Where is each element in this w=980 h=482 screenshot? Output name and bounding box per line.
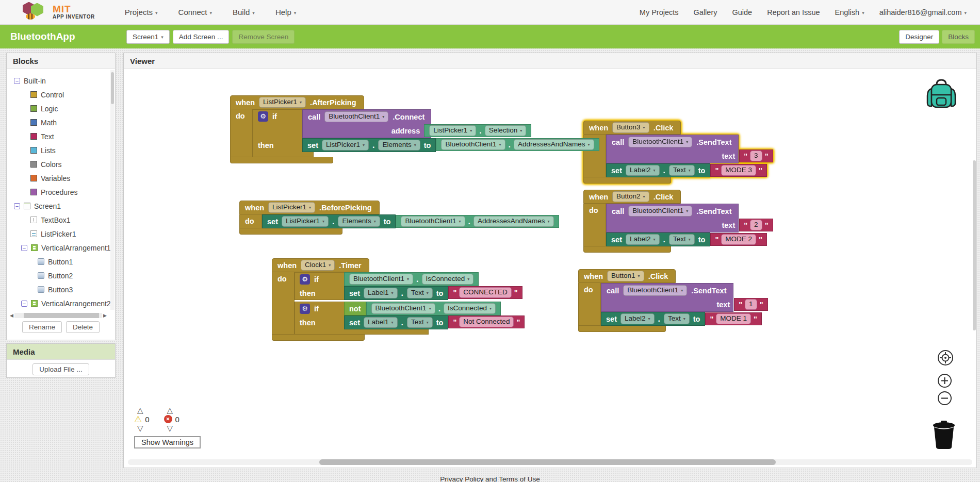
tree-item-variables[interactable]: Variables bbox=[7, 171, 115, 185]
call-sendtext-block[interactable]: call BluetoothClient1 .SendText text " 2… bbox=[606, 204, 739, 232]
link-gallery[interactable]: Gallery bbox=[694, 8, 717, 16]
getter-isconnected-block[interactable]: BluetoothClient1 . IsConnected bbox=[366, 302, 501, 315]
palette-horizontal-scrollbar[interactable]: ◀ ▶ bbox=[10, 312, 107, 319]
app-inventor-logo[interactable]: MIT APP INVENTOR bbox=[22, 2, 95, 23]
link-guide[interactable]: Guide bbox=[732, 8, 752, 16]
block-clock-timer[interactable]: when Clock1 .Timer do ⚙ if Bluetooth bbox=[272, 258, 525, 341]
set-label-text-block[interactable]: set Label2 . Text to bbox=[606, 163, 710, 177]
error-up-arrow-icon[interactable]: △ bbox=[167, 407, 173, 413]
component-dropdown[interactable]: Button1 bbox=[607, 271, 644, 281]
tree-builtin[interactable]: − Built-in bbox=[7, 74, 115, 88]
palette-vertical-scrollbar[interactable] bbox=[110, 70, 115, 310]
menu-build[interactable]: Build bbox=[233, 8, 255, 16]
call-connect-block[interactable]: call BluetoothClient1 .Connect address L… bbox=[302, 109, 431, 138]
scrollbar-thumb[interactable] bbox=[319, 459, 776, 465]
center-blocks-button[interactable] bbox=[938, 350, 953, 365]
tree-item-verticalarrangement2[interactable]: − VerticalArrangement2 bbox=[7, 296, 115, 310]
block-button1-click[interactable]: when Button1 .Click do call BluetoothCli… bbox=[578, 269, 762, 332]
string-value[interactable]: MODE 2 bbox=[721, 234, 756, 245]
text-string-block[interactable]: " 3 " bbox=[739, 149, 773, 162]
mutator-gear-icon[interactable]: ⚙ bbox=[300, 304, 310, 314]
property-dropdown[interactable]: Elements bbox=[378, 140, 420, 151]
collapse-icon[interactable]: − bbox=[21, 301, 27, 307]
tree-item-text[interactable]: Text bbox=[7, 129, 115, 143]
warning-down-arrow-icon[interactable]: ▽ bbox=[137, 425, 143, 431]
component-dropdown[interactable]: Label1 bbox=[364, 288, 398, 298]
getter-isconnected-block[interactable]: BluetoothClient1 . IsConnected bbox=[344, 272, 479, 286]
component-dropdown[interactable]: BluetoothClient1 bbox=[324, 111, 388, 122]
getter-addressesandnames-block[interactable]: BluetoothClient1 . AddressesAndNames bbox=[396, 215, 559, 228]
component-dropdown[interactable]: BluetoothClient1 bbox=[401, 216, 465, 227]
component-dropdown[interactable]: Clock1 bbox=[301, 260, 335, 271]
block-button3-click[interactable]: when Button3 .Click do call BluetoothCli… bbox=[583, 121, 767, 184]
when-event-block[interactable]: when Button2 .Click bbox=[583, 190, 681, 204]
language-selector[interactable]: English bbox=[835, 8, 864, 16]
link-my-projects[interactable]: My Projects bbox=[640, 8, 679, 16]
tree-item-button2[interactable]: Button2 bbox=[7, 269, 115, 282]
rename-button[interactable]: Rename bbox=[22, 321, 62, 333]
trash-can-icon[interactable] bbox=[931, 420, 957, 452]
menu-connect[interactable]: Connect bbox=[178, 8, 212, 16]
property-dropdown[interactable]: IsConnected bbox=[422, 274, 474, 285]
component-dropdown[interactable]: Label1 bbox=[364, 317, 398, 328]
component-dropdown[interactable]: Label2 bbox=[620, 313, 655, 324]
getter-addressesandnames-block[interactable]: BluetoothClient1 . AddressesAndNames bbox=[436, 138, 599, 151]
tree-item-procedures[interactable]: Procedures bbox=[7, 185, 115, 199]
property-dropdown[interactable]: Elements bbox=[338, 216, 380, 227]
block-listpicker-beforepicking[interactable]: when ListPicker1 .BeforePicking do set L… bbox=[239, 201, 559, 235]
component-dropdown[interactable]: BluetoothClient1 bbox=[623, 285, 687, 296]
text-string-block[interactable]: " MODE 2 " bbox=[710, 233, 767, 246]
when-event-block[interactable]: when Button3 .Click bbox=[583, 121, 681, 135]
string-value[interactable]: MODE 1 bbox=[716, 313, 751, 324]
property-dropdown[interactable]: AddressesAndNames bbox=[514, 139, 594, 150]
component-dropdown[interactable]: ListPicker1 bbox=[322, 140, 369, 151]
component-dropdown[interactable]: BluetoothClient1 bbox=[349, 274, 413, 285]
property-dropdown[interactable]: Text bbox=[664, 313, 690, 324]
component-dropdown[interactable]: ListPicker1 bbox=[282, 216, 329, 227]
account-menu[interactable]: alihaider816@gmail.com bbox=[879, 8, 967, 16]
collapse-icon[interactable]: − bbox=[14, 203, 20, 209]
tree-item-button3[interactable]: Button3 bbox=[7, 282, 115, 296]
component-dropdown[interactable]: BluetoothClient1 bbox=[371, 303, 435, 314]
tree-item-math[interactable]: Math bbox=[7, 115, 115, 129]
add-screen-button[interactable]: Add Screen ... bbox=[173, 30, 230, 44]
component-dropdown[interactable]: Button2 bbox=[612, 191, 649, 202]
getter-selection-block[interactable]: ListPicker1 . Selection bbox=[424, 124, 531, 137]
set-label-text-block[interactable]: set Label1 . Text to bbox=[344, 315, 448, 329]
menu-help[interactable]: Help bbox=[275, 8, 296, 16]
scroll-right-arrow-icon[interactable]: ▶ bbox=[103, 313, 107, 318]
scrollbar-thumb[interactable] bbox=[111, 72, 114, 104]
show-warnings-button[interactable]: Show Warnings bbox=[134, 436, 201, 448]
if-not-connected-block[interactable]: ⚙ if not BluetoothClient1 . IsConnected bbox=[295, 302, 525, 335]
scroll-left-arrow-icon[interactable]: ◀ bbox=[10, 313, 13, 318]
property-dropdown[interactable]: Text bbox=[669, 234, 695, 245]
text-string-block[interactable]: " MODE 3 " bbox=[710, 164, 767, 177]
component-dropdown[interactable]: Button3 bbox=[612, 122, 649, 133]
text-string-block[interactable]: " CONNECTED " bbox=[448, 286, 522, 299]
component-dropdown[interactable]: ListPicker1 bbox=[259, 97, 306, 108]
tree-item-control[interactable]: Control bbox=[7, 88, 115, 102]
scrollbar-thumb[interactable] bbox=[24, 313, 99, 318]
error-down-arrow-icon[interactable]: ▽ bbox=[167, 425, 173, 431]
set-label-text-block[interactable]: set Label2 . Text to bbox=[606, 232, 710, 246]
property-dropdown[interactable]: IsConnected bbox=[444, 303, 496, 314]
text-string-block[interactable]: " 1 " bbox=[734, 298, 767, 311]
mutator-gear-icon[interactable]: ⚙ bbox=[258, 111, 268, 122]
zoom-in-button[interactable] bbox=[938, 374, 952, 388]
component-dropdown[interactable]: ListPicker1 bbox=[268, 202, 315, 213]
set-label-text-block[interactable]: set Label2 . Text to bbox=[601, 312, 705, 326]
component-dropdown[interactable]: BluetoothClient1 bbox=[628, 206, 692, 217]
tree-item-textbox1[interactable]: TextBox1 bbox=[7, 213, 115, 227]
property-dropdown[interactable]: Text bbox=[407, 288, 433, 298]
component-dropdown[interactable]: ListPicker1 bbox=[429, 125, 476, 136]
blocks-tab-button[interactable]: Blocks bbox=[942, 30, 975, 44]
zoom-out-button[interactable] bbox=[938, 391, 952, 405]
link-report-issue[interactable]: Report an Issue bbox=[767, 8, 820, 16]
mutator-gear-icon[interactable]: ⚙ bbox=[300, 274, 310, 285]
tree-item-button1[interactable]: Button1 bbox=[7, 255, 115, 269]
tree-screen1[interactable]: − Screen1 bbox=[7, 199, 115, 213]
string-value[interactable]: CONNECTED bbox=[459, 287, 512, 298]
tree-item-logic[interactable]: Logic bbox=[7, 102, 115, 115]
set-label-text-block[interactable]: set Label1 . Text to bbox=[344, 286, 448, 300]
string-value[interactable]: 1 bbox=[745, 299, 757, 310]
